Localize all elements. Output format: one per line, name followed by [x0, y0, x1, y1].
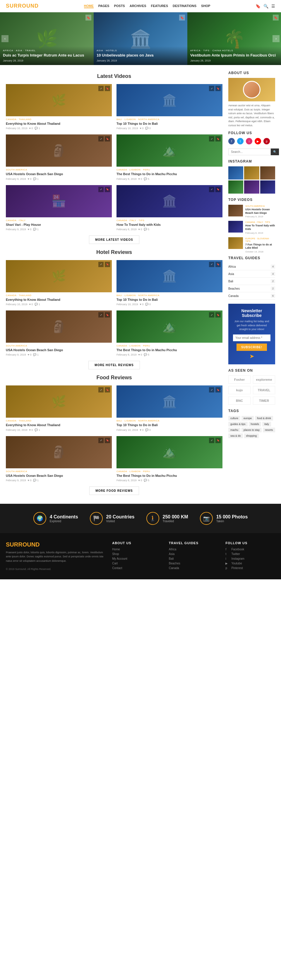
tag-2[interactable]: food & drink	[255, 416, 273, 421]
hotel-bookmark-2[interactable]: 🔖	[105, 312, 110, 318]
ig-thumb-1[interactable]	[228, 166, 243, 180]
stat-continents-sub: Explored	[50, 520, 78, 523]
expand-icon-2[interactable]: ⤢	[98, 136, 104, 142]
footer-pinterest-link[interactable]: p Pinterest	[225, 566, 275, 570]
search-input[interactable]	[228, 148, 271, 155]
expand-icon-0[interactable]: ⤢	[98, 86, 104, 91]
footer-guide-beaches[interactable]: Beaches	[169, 562, 219, 565]
hotel-expand-0[interactable]: ⤢	[98, 262, 104, 267]
hero-bookmark-1[interactable]: 🔖	[86, 14, 91, 21]
more-latest-videos-button[interactable]: MORE LATEST VIDEOS	[89, 235, 139, 244]
food-expand-0[interactable]: ⤢	[98, 387, 104, 393]
ig-thumb-6[interactable]	[260, 180, 275, 194]
more-food-reviews-button[interactable]: MORE FOOD REVIEWS	[89, 487, 139, 495]
food-expand-1[interactable]: ⤢	[209, 387, 214, 393]
bookmark-icon[interactable]: 🔖	[256, 4, 260, 8]
hotel-bookmark-3[interactable]: 🔖	[216, 312, 221, 318]
footer-youtube-link[interactable]: ▶ Youtube	[225, 562, 275, 565]
footer-guide-bali[interactable]: Bali	[169, 557, 219, 560]
expand-icon-3[interactable]: ⤢	[209, 136, 214, 142]
tag-10[interactable]: shopping	[244, 433, 259, 438]
hotel-expand-1[interactable]: ⤢	[209, 262, 214, 267]
guide-item-2[interactable]: Bali 2	[228, 278, 275, 285]
nav-destinations[interactable]: DESTINATIONS	[173, 4, 197, 8]
nav-pages[interactable]: PAGES	[98, 4, 110, 8]
ig-thumb-5[interactable]	[244, 180, 259, 194]
hero-bookmark-2[interactable]: 🔖	[179, 14, 185, 21]
about-person-avatar	[243, 81, 260, 99]
food-comments-3: 💬 5	[144, 479, 149, 482]
bookmark-icon-4[interactable]: 🔖	[105, 187, 110, 192]
footer-guide-africa[interactable]: Africa	[169, 548, 219, 551]
ig-thumb-4[interactable]	[228, 180, 243, 194]
nav-features[interactable]: FEATURES	[151, 4, 168, 8]
footer-guide-asia[interactable]: Asia	[169, 552, 219, 555]
footer-about-contact[interactable]: Contact	[112, 566, 162, 570]
bookmark-icon-1[interactable]: 🔖	[216, 86, 221, 91]
newsletter-subscribe-button[interactable]: SUBSCRIBE!	[237, 344, 267, 351]
nav-posts[interactable]: POSTS	[114, 4, 125, 8]
facebook-icon[interactable]: f	[228, 138, 235, 145]
tag-9[interactable]: sea & do	[228, 433, 243, 438]
tag-5[interactable]: italy	[262, 422, 271, 426]
footer-guide-canada[interactable]: Canada	[169, 566, 219, 570]
hotel-bookmark-0[interactable]: 🔖	[105, 262, 110, 267]
hero-next-button[interactable]: ›	[273, 35, 279, 42]
food-bookmark-1[interactable]: 🔖	[216, 387, 221, 393]
food-bookmark-2[interactable]: 🔖	[105, 438, 110, 443]
pinterest-icon[interactable]: p	[264, 138, 270, 145]
search-icon[interactable]: 🔍	[264, 4, 268, 8]
hotel-bookmark-1[interactable]: 🔖	[216, 262, 221, 267]
instagram-icon[interactable]: i	[246, 138, 252, 145]
bookmark-icon-5[interactable]: 🔖	[216, 187, 221, 192]
tag-0[interactable]: culture	[228, 416, 240, 421]
footer-about-cart[interactable]: Cart	[112, 562, 162, 565]
tag-1[interactable]: europe	[241, 416, 254, 421]
footer-twitter-link[interactable]: t Twitter	[225, 552, 275, 555]
bookmark-icon-3[interactable]: 🔖	[216, 136, 221, 142]
newsletter-email-input[interactable]	[233, 334, 270, 341]
nav-home[interactable]: HOME	[84, 4, 94, 8]
tag-4[interactable]: hostels	[249, 422, 261, 426]
footer-about-shop[interactable]: Shop	[112, 552, 162, 555]
hotel-expand-2[interactable]: ⤢	[98, 312, 104, 318]
bookmark-icon-2[interactable]: 🔖	[105, 136, 110, 142]
footer-about-myaccount[interactable]: My Account	[112, 557, 162, 560]
bookmark-icon-0[interactable]: 🔖	[105, 86, 110, 91]
footer-about-home[interactable]: Home	[112, 548, 162, 551]
ig-thumb-2[interactable]	[244, 166, 259, 180]
tag-3[interactable]: guides & tips	[228, 422, 248, 426]
top-video-thumb-2[interactable]	[228, 237, 243, 249]
top-video-thumb-1[interactable]	[228, 221, 243, 232]
site-logo[interactable]: SURROUND	[6, 3, 39, 9]
hero-prev-button[interactable]: ‹	[2, 35, 8, 42]
guide-item-1[interactable]: Asia 4	[228, 270, 275, 278]
search-button[interactable]: 🔍	[271, 148, 279, 155]
guide-item-3[interactable]: Beaches 2	[228, 285, 275, 292]
food-bookmark-3[interactable]: 🔖	[216, 438, 221, 443]
hotel-expand-3[interactable]: ⤢	[209, 312, 214, 318]
tag-8[interactable]: resorts	[263, 428, 275, 432]
nav-archives[interactable]: ARCHIVES	[130, 4, 146, 8]
youtube-icon[interactable]: ▶	[255, 138, 261, 145]
expand-icon-1[interactable]: ⤢	[209, 86, 214, 91]
ig-thumb-3[interactable]	[260, 166, 275, 180]
nav-shop[interactable]: SHOP	[201, 4, 210, 8]
guide-item-4[interactable]: Canada 6	[228, 292, 275, 300]
more-hotel-reviews-button[interactable]: MORE HOTEL REVIEWS	[88, 361, 140, 369]
expand-icon-4[interactable]: ⤢	[98, 187, 104, 192]
twitter-icon[interactable]: t	[237, 138, 243, 145]
food-bookmark-0[interactable]: 🔖	[105, 387, 110, 393]
tag-6[interactable]: machu	[228, 428, 240, 432]
tag-7[interactable]: places to stay	[241, 428, 262, 432]
food-expand-3[interactable]: ⤢	[209, 438, 214, 443]
hero-bookmark-3[interactable]: 🔖	[273, 14, 279, 21]
food-expand-2[interactable]: ⤢	[98, 438, 104, 443]
guide-item-0[interactable]: Africa 4	[228, 263, 275, 270]
footer-facebook-link[interactable]: f Facebook	[225, 548, 275, 551]
menu-icon[interactable]: ☰	[271, 4, 275, 8]
top-video-thumb-0[interactable]	[228, 205, 243, 216]
footer-instagram-link[interactable]: i Instagram	[225, 557, 275, 560]
video-likes-0: ♥ 0	[29, 127, 33, 130]
expand-icon-5[interactable]: ⤢	[209, 187, 214, 192]
